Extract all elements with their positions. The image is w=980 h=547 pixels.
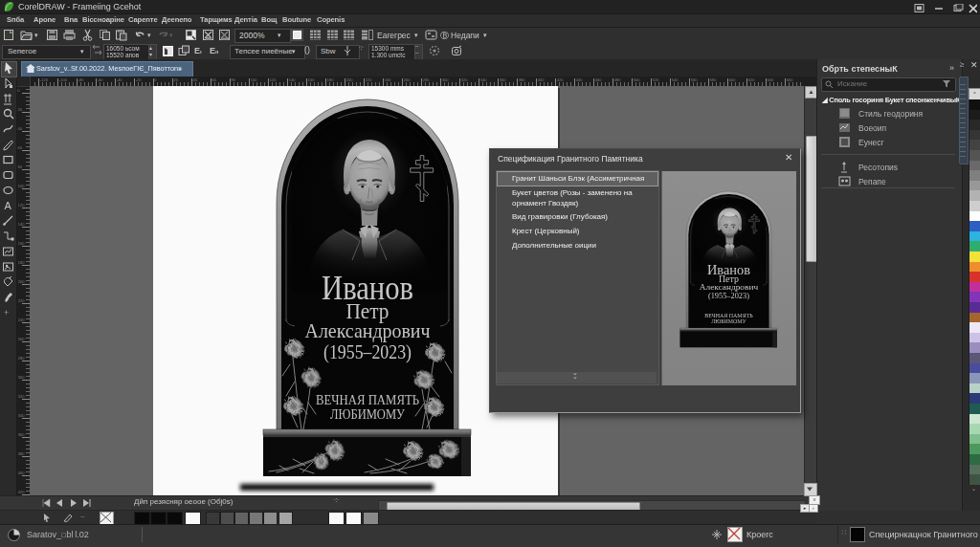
svg-text:A: A	[5, 200, 12, 211]
